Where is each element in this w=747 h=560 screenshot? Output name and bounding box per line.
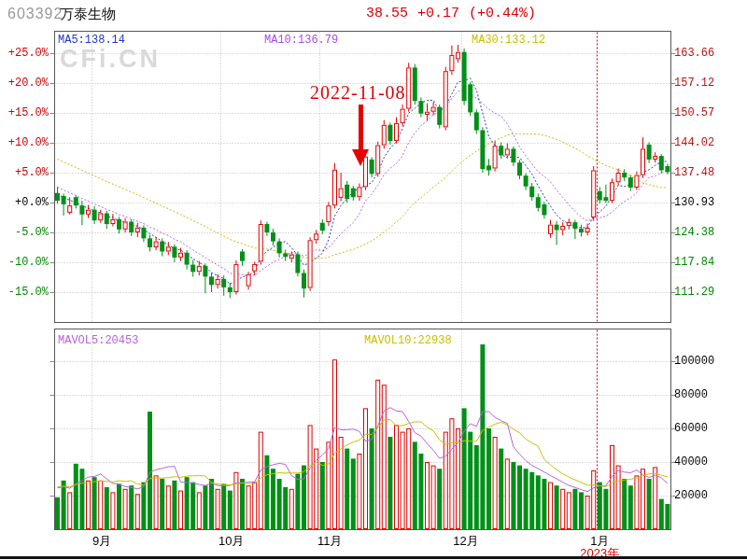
stock-chart-page: 603392 万泰生物 38.55+0.17(+0.44%) CFi.CN MA… xyxy=(0,0,747,560)
right-axis-label: 157.12 xyxy=(674,77,740,90)
right-axis-label: 163.66 xyxy=(674,47,740,60)
stock-code: 603392 xyxy=(7,6,63,22)
left-axis-label: -15.0% xyxy=(2,286,49,299)
month-label: 9月 xyxy=(72,533,132,550)
volume-axis-label: 80000 xyxy=(674,388,740,401)
month-label: 12月 xyxy=(436,533,496,550)
watermark-logo: CFi.CN xyxy=(60,45,161,74)
ma30-label: MA30:133.12 xyxy=(472,34,545,47)
left-axis-label: +15.0% xyxy=(2,106,49,119)
price-change-pct: (+0.44%) xyxy=(469,6,536,21)
right-axis-label: 124.38 xyxy=(674,226,740,239)
left-axis-label: -5.0% xyxy=(2,226,49,239)
volume-axis-label: 40000 xyxy=(674,455,740,469)
volume-axis-label: 60000 xyxy=(674,422,740,435)
month-label: 10月 xyxy=(202,533,261,550)
left-axis-label: +10.0% xyxy=(2,136,49,149)
ma10-label: MA10:136.79 xyxy=(264,34,338,47)
price-value: 38.55 xyxy=(366,6,408,21)
left-axis-label: +20.0% xyxy=(2,77,49,90)
volume-axis-label: 100000 xyxy=(674,355,740,368)
left-axis-label: +0.0% xyxy=(2,196,49,209)
left-axis-label: -10.0% xyxy=(2,256,49,269)
right-axis-label: 137.48 xyxy=(674,166,740,179)
annotation-date-label: 2022-11-08 xyxy=(310,82,406,104)
mavol10-label: MAVOL10:22938 xyxy=(364,334,452,347)
stock-name: 万泰生物 xyxy=(60,6,116,23)
month-label: 11月 xyxy=(300,533,359,550)
annotation-down-arrow-icon xyxy=(352,105,369,166)
right-axis-label: 150.57 xyxy=(674,106,740,119)
left-axis-label: +5.0% xyxy=(2,166,49,179)
volume-axis-label: 20000 xyxy=(674,489,740,502)
right-axis-label: 130.93 xyxy=(674,196,740,209)
price-change: +0.17 xyxy=(417,6,459,21)
bottom-border xyxy=(0,556,747,559)
mavol5-label: MAVOL5:20453 xyxy=(58,334,138,347)
right-axis-label: 111.29 xyxy=(674,286,740,299)
ma5-label: MA5:138.14 xyxy=(58,34,125,47)
price-quote: 38.55+0.17(+0.44%) xyxy=(366,6,545,21)
right-axis-label: 117.84 xyxy=(674,256,740,269)
right-axis-label: 144.02 xyxy=(674,136,740,149)
left-axis-label: +25.0% xyxy=(2,47,49,60)
